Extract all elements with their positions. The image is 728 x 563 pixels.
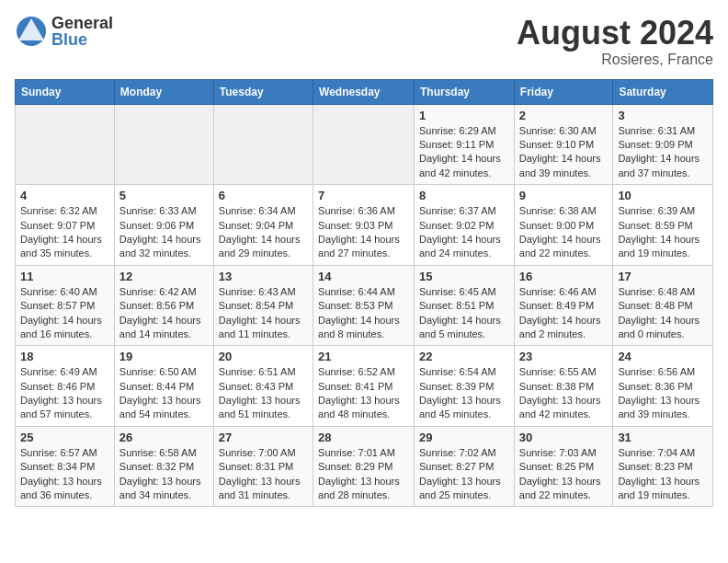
calendar-body: 1Sunrise: 6:29 AM Sunset: 9:11 PM Daylig… (16, 104, 713, 507)
calendar-cell: 7Sunrise: 6:36 AM Sunset: 9:03 PM Daylig… (313, 185, 415, 266)
day-number: 12 (119, 270, 209, 283)
calendar-cell: 27Sunrise: 7:00 AM Sunset: 8:31 PM Dayli… (213, 426, 313, 507)
logo-icon (15, 15, 48, 48)
calendar-cell: 6Sunrise: 6:34 AM Sunset: 9:04 PM Daylig… (213, 185, 313, 266)
calendar-table: SundayMondayTuesdayWednesdayThursdayFrid… (15, 79, 713, 508)
day-number: 2 (519, 109, 609, 122)
weekday-row: SundayMondayTuesdayWednesdayThursdayFrid… (16, 79, 713, 104)
day-info: Sunrise: 6:54 AM Sunset: 8:39 PM Dayligh… (419, 365, 509, 422)
title-block: August 2024 Rosieres, France (517, 15, 713, 68)
day-number: 10 (618, 189, 708, 202)
calendar-cell: 20Sunrise: 6:51 AM Sunset: 8:43 PM Dayli… (213, 346, 313, 427)
day-number: 22 (419, 350, 509, 363)
day-info: Sunrise: 6:37 AM Sunset: 9:02 PM Dayligh… (419, 204, 509, 261)
calendar-cell: 30Sunrise: 7:03 AM Sunset: 8:25 PM Dayli… (514, 426, 613, 507)
day-number: 14 (318, 270, 409, 283)
day-number: 4 (20, 189, 109, 202)
day-info: Sunrise: 6:58 AM Sunset: 8:32 PM Dayligh… (119, 446, 209, 503)
logo-text: General Blue (51, 15, 113, 48)
day-number: 5 (119, 189, 209, 202)
day-number: 18 (20, 350, 109, 363)
calendar-cell: 25Sunrise: 6:57 AM Sunset: 8:34 PM Dayli… (16, 426, 115, 507)
day-number: 3 (618, 109, 708, 122)
day-info: Sunrise: 6:38 AM Sunset: 9:00 PM Dayligh… (519, 204, 609, 261)
calendar-cell: 18Sunrise: 6:49 AM Sunset: 8:46 PM Dayli… (16, 346, 115, 427)
calendar-cell: 21Sunrise: 6:52 AM Sunset: 8:41 PM Dayli… (313, 346, 415, 427)
day-info: Sunrise: 6:39 AM Sunset: 8:59 PM Dayligh… (618, 204, 708, 261)
day-number: 15 (419, 270, 509, 283)
day-number: 8 (419, 189, 509, 202)
calendar-cell: 10Sunrise: 6:39 AM Sunset: 8:59 PM Dayli… (613, 185, 713, 266)
calendar-cell: 16Sunrise: 6:46 AM Sunset: 8:49 PM Dayli… (514, 265, 613, 346)
calendar-header: SundayMondayTuesdayWednesdayThursdayFrid… (16, 79, 713, 104)
day-info: Sunrise: 6:57 AM Sunset: 8:34 PM Dayligh… (20, 446, 109, 503)
day-number: 13 (219, 270, 308, 283)
day-info: Sunrise: 6:45 AM Sunset: 8:51 PM Dayligh… (419, 285, 509, 342)
day-number: 11 (20, 270, 109, 283)
calendar-cell: 12Sunrise: 6:42 AM Sunset: 8:56 PM Dayli… (114, 265, 213, 346)
day-number: 7 (318, 189, 409, 202)
weekday-header-tuesday: Tuesday (213, 79, 313, 104)
day-info: Sunrise: 7:01 AM Sunset: 8:29 PM Dayligh… (318, 446, 409, 503)
calendar-cell: 4Sunrise: 6:32 AM Sunset: 9:07 PM Daylig… (16, 185, 115, 266)
day-number: 20 (219, 350, 308, 363)
calendar-cell (213, 104, 313, 185)
day-number: 28 (318, 431, 409, 444)
day-number: 1 (419, 109, 509, 122)
day-info: Sunrise: 6:43 AM Sunset: 8:54 PM Dayligh… (219, 285, 308, 342)
calendar-cell: 28Sunrise: 7:01 AM Sunset: 8:29 PM Dayli… (313, 426, 415, 507)
day-info: Sunrise: 6:44 AM Sunset: 8:53 PM Dayligh… (318, 285, 409, 342)
day-number: 29 (419, 431, 509, 444)
day-info: Sunrise: 6:51 AM Sunset: 8:43 PM Dayligh… (219, 365, 308, 422)
calendar-cell: 8Sunrise: 6:37 AM Sunset: 9:02 PM Daylig… (415, 185, 515, 266)
day-info: Sunrise: 6:55 AM Sunset: 8:38 PM Dayligh… (519, 365, 609, 422)
calendar-cell (16, 104, 115, 185)
day-info: Sunrise: 6:29 AM Sunset: 9:11 PM Dayligh… (419, 124, 509, 181)
logo: General Blue (15, 15, 113, 48)
calendar-cell: 13Sunrise: 6:43 AM Sunset: 8:54 PM Dayli… (213, 265, 313, 346)
day-number: 6 (219, 189, 308, 202)
day-info: Sunrise: 6:48 AM Sunset: 8:48 PM Dayligh… (618, 285, 708, 342)
day-info: Sunrise: 6:52 AM Sunset: 8:41 PM Dayligh… (318, 365, 409, 422)
week-row-3: 11Sunrise: 6:40 AM Sunset: 8:57 PM Dayli… (16, 265, 713, 346)
weekday-header-sunday: Sunday (16, 79, 115, 104)
calendar-cell (114, 104, 213, 185)
day-info: Sunrise: 7:04 AM Sunset: 8:23 PM Dayligh… (618, 446, 708, 503)
day-info: Sunrise: 7:00 AM Sunset: 8:31 PM Dayligh… (219, 446, 308, 503)
week-row-5: 25Sunrise: 6:57 AM Sunset: 8:34 PM Dayli… (16, 426, 713, 507)
day-info: Sunrise: 6:30 AM Sunset: 9:10 PM Dayligh… (519, 124, 609, 181)
calendar-cell: 23Sunrise: 6:55 AM Sunset: 8:38 PM Dayli… (514, 346, 613, 427)
weekday-header-friday: Friday (514, 79, 613, 104)
page-header: General Blue August 2024 Rosieres, Franc… (15, 15, 713, 68)
logo-general-text: General (51, 15, 113, 31)
calendar-cell: 5Sunrise: 6:33 AM Sunset: 9:06 PM Daylig… (114, 185, 213, 266)
day-number: 31 (618, 431, 708, 444)
calendar-cell: 29Sunrise: 7:02 AM Sunset: 8:27 PM Dayli… (415, 426, 515, 507)
day-number: 27 (219, 431, 308, 444)
day-info: Sunrise: 6:42 AM Sunset: 8:56 PM Dayligh… (119, 285, 209, 342)
month-year: August 2024 (517, 15, 713, 52)
weekday-header-thursday: Thursday (415, 79, 515, 104)
calendar-cell: 26Sunrise: 6:58 AM Sunset: 8:32 PM Dayli… (114, 426, 213, 507)
calendar-cell: 31Sunrise: 7:04 AM Sunset: 8:23 PM Dayli… (613, 426, 713, 507)
day-number: 17 (618, 270, 708, 283)
day-info: Sunrise: 6:33 AM Sunset: 9:06 PM Dayligh… (119, 204, 209, 261)
day-number: 23 (519, 350, 609, 363)
day-info: Sunrise: 6:56 AM Sunset: 8:36 PM Dayligh… (618, 365, 708, 422)
calendar-cell: 1Sunrise: 6:29 AM Sunset: 9:11 PM Daylig… (415, 104, 515, 185)
logo-blue-text: Blue (51, 31, 113, 48)
calendar-cell (313, 104, 415, 185)
day-info: Sunrise: 6:50 AM Sunset: 8:44 PM Dayligh… (119, 365, 209, 422)
week-row-4: 18Sunrise: 6:49 AM Sunset: 8:46 PM Dayli… (16, 346, 713, 427)
weekday-header-wednesday: Wednesday (313, 79, 415, 104)
day-number: 25 (20, 431, 109, 444)
day-info: Sunrise: 6:40 AM Sunset: 8:57 PM Dayligh… (20, 285, 109, 342)
day-number: 26 (119, 431, 209, 444)
calendar-cell: 22Sunrise: 6:54 AM Sunset: 8:39 PM Dayli… (415, 346, 515, 427)
calendar-cell: 24Sunrise: 6:56 AM Sunset: 8:36 PM Dayli… (613, 346, 713, 427)
day-number: 24 (618, 350, 708, 363)
day-number: 30 (519, 431, 609, 444)
day-info: Sunrise: 6:36 AM Sunset: 9:03 PM Dayligh… (318, 204, 409, 261)
calendar-cell: 17Sunrise: 6:48 AM Sunset: 8:48 PM Dayli… (613, 265, 713, 346)
week-row-2: 4Sunrise: 6:32 AM Sunset: 9:07 PM Daylig… (16, 185, 713, 266)
